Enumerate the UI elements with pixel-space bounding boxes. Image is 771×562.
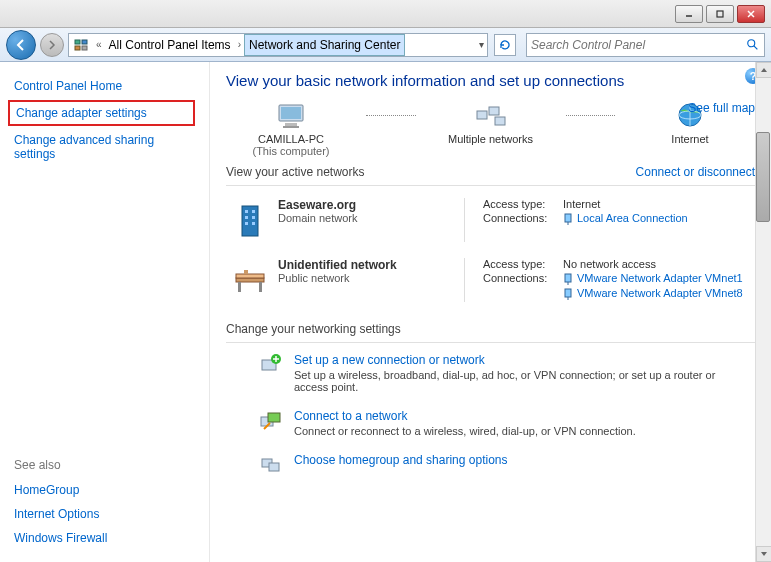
- map-connector: [566, 115, 616, 116]
- minimize-button[interactable]: [675, 5, 703, 23]
- sidebar-advanced-link[interactable]: Change advanced sharing settings: [14, 128, 195, 166]
- adapter-icon: [563, 213, 573, 225]
- address-toolbar: « All Control Panel Items › Network and …: [0, 28, 771, 62]
- breadcrumb-dropdown-icon[interactable]: ▾: [476, 39, 487, 50]
- map-computer-sublabel: (This computer): [226, 145, 356, 157]
- search-input[interactable]: [531, 38, 746, 52]
- connection-link-vmnet1[interactable]: VMware Network Adapter VMnet1: [563, 272, 743, 285]
- network-type: Public network: [278, 272, 464, 284]
- connections-label: Connections:: [483, 272, 563, 285]
- scroll-up-button[interactable]: [756, 62, 771, 78]
- access-type-value: Internet: [563, 198, 600, 210]
- chevron-icon[interactable]: «: [93, 39, 105, 50]
- refresh-icon: [498, 38, 512, 52]
- setting-title-link[interactable]: Choose homegroup and sharing options: [294, 453, 507, 467]
- vertical-scrollbar[interactable]: [755, 62, 771, 562]
- svg-rect-14: [477, 111, 487, 119]
- connection-link-vmnet8[interactable]: VMware Network Adapter VMnet8: [563, 287, 743, 300]
- map-middle-label: Multiple networks: [426, 133, 556, 145]
- map-computer-label: CAMILLA-PC: [226, 133, 356, 145]
- sidebar-adapter-link[interactable]: Change adapter settings: [16, 106, 187, 120]
- svg-rect-5: [82, 40, 87, 44]
- maximize-button[interactable]: [706, 5, 734, 23]
- see-full-map-link[interactable]: See full map: [688, 101, 755, 115]
- setting-homegroup: Choose homegroup and sharing options: [226, 447, 755, 487]
- connections-label: Connections:: [483, 212, 563, 225]
- seealso-windows-firewall[interactable]: Windows Firewall: [14, 526, 107, 550]
- sidebar-home-link[interactable]: Control Panel Home: [14, 74, 195, 98]
- nav-back-button[interactable]: [6, 30, 36, 60]
- access-type-label: Access type:: [483, 258, 563, 270]
- svg-rect-32: [259, 282, 262, 292]
- setting-desc: Set up a wireless, broadband, dial-up, a…: [294, 369, 724, 393]
- svg-rect-26: [252, 222, 255, 225]
- sidebar-adapter-highlight: Change adapter settings: [8, 100, 195, 126]
- svg-rect-29: [236, 278, 264, 282]
- svg-rect-33: [244, 270, 248, 274]
- network-name: Easeware.org: [278, 198, 464, 212]
- breadcrumb-item-all[interactable]: All Control Panel Items: [105, 34, 235, 56]
- homegroup-icon: [256, 453, 284, 477]
- main-area: Control Panel Home Change adapter settin…: [0, 62, 771, 562]
- search-icon[interactable]: [746, 38, 760, 52]
- breadcrumb-bar[interactable]: « All Control Panel Items › Network and …: [68, 33, 488, 57]
- svg-rect-12: [285, 123, 297, 126]
- svg-rect-11: [281, 107, 301, 119]
- search-box[interactable]: [526, 33, 765, 57]
- close-button[interactable]: [737, 5, 765, 23]
- svg-point-8: [748, 39, 755, 46]
- map-this-computer: CAMILLA-PC (This computer): [226, 101, 356, 157]
- breadcrumb-item-current[interactable]: Network and Sharing Center: [244, 34, 405, 56]
- scroll-down-button[interactable]: [756, 546, 771, 562]
- window-titlebar: [0, 0, 771, 28]
- svg-rect-30: [236, 274, 264, 278]
- network-type: Domain network: [278, 212, 464, 224]
- svg-rect-1: [717, 11, 723, 17]
- setting-title-link[interactable]: Set up a new connection or network: [294, 353, 724, 367]
- domain-network-icon: [226, 198, 274, 242]
- map-connector: [366, 115, 416, 116]
- new-connection-icon: [256, 353, 284, 393]
- refresh-button[interactable]: [494, 34, 516, 56]
- network-block-public: Unidentified network Public network Acce…: [226, 250, 755, 310]
- network-name: Unidentified network: [278, 258, 464, 272]
- setting-title-link[interactable]: Connect to a network: [294, 409, 636, 423]
- access-type-value: No network access: [563, 258, 656, 270]
- nav-forward-button: [40, 33, 64, 57]
- seealso-internet-options[interactable]: Internet Options: [14, 502, 107, 526]
- svg-rect-34: [565, 274, 571, 282]
- network-block-domain: Easeware.org Domain network Access type:…: [226, 190, 755, 250]
- svg-rect-22: [252, 210, 255, 213]
- access-type-label: Access type:: [483, 198, 563, 210]
- see-also-section: See also HomeGroup Internet Options Wind…: [14, 458, 107, 550]
- change-settings-label: Change your networking settings: [226, 322, 755, 336]
- active-networks-label: View your active networks Connect or dis…: [226, 165, 755, 179]
- connect-disconnect-link[interactable]: Connect or disconnect: [636, 165, 755, 179]
- svg-rect-15: [489, 107, 499, 115]
- svg-rect-13: [283, 126, 299, 128]
- svg-rect-24: [252, 216, 255, 219]
- arrow-right-icon: [47, 40, 57, 50]
- setting-new-connection: Set up a new connection or network Set u…: [226, 347, 755, 403]
- connection-link-lan[interactable]: Local Area Connection: [563, 212, 688, 225]
- network-map: See full map CAMILLA-PC (This computer) …: [226, 101, 755, 157]
- adapter-icon: [563, 288, 573, 300]
- sidebar: Control Panel Home Change adapter settin…: [0, 62, 210, 562]
- connect-network-icon: [256, 409, 284, 437]
- chevron-right-icon[interactable]: ›: [235, 39, 244, 50]
- svg-rect-36: [565, 289, 571, 297]
- svg-rect-25: [245, 222, 248, 225]
- seealso-homegroup[interactable]: HomeGroup: [14, 478, 107, 502]
- adapter-icon: [563, 273, 573, 285]
- map-multiple-networks: Multiple networks: [426, 101, 556, 157]
- svg-rect-45: [269, 463, 279, 471]
- svg-rect-43: [268, 413, 280, 422]
- svg-rect-20: [242, 206, 258, 236]
- see-also-header: See also: [14, 458, 107, 472]
- arrow-left-icon: [14, 38, 28, 52]
- svg-rect-27: [565, 214, 571, 222]
- scroll-thumb[interactable]: [756, 132, 770, 222]
- svg-rect-21: [245, 210, 248, 213]
- breadcrumb-root-icon[interactable]: [69, 34, 93, 56]
- setting-connect-network: Connect to a network Connect or reconnec…: [226, 403, 755, 447]
